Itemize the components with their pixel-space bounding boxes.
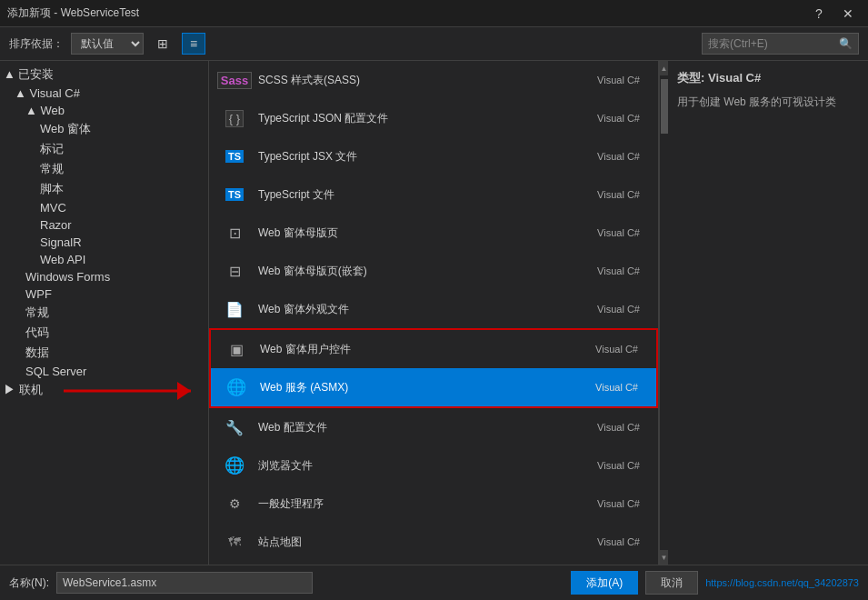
file-category-browser-file: Visual C# (597, 460, 647, 471)
file-category-ts-jsx: Visual C# (597, 151, 647, 162)
file-name-handler: 一般处理程序 (258, 496, 588, 512)
file-item-ts-json[interactable]: { }TypeScript JSON 配置文件Visual C# (209, 99, 658, 137)
tree-item-visual-csharp[interactable]: ▲ Visual C# (0, 85, 208, 102)
tree-item-signalr[interactable]: SignalR (0, 234, 208, 251)
file-list: SassSCSS 样式表(SASS)Visual C#{ }TypeScript… (209, 61, 659, 565)
file-category-handler: Visual C# (597, 498, 647, 509)
tree-item-normal[interactable]: 常规 (0, 159, 208, 179)
file-category-web-master-nested: Visual C# (597, 265, 647, 276)
file-name-ts-file: TypeScript 文件 (258, 187, 588, 203)
search-box: 🔍 (702, 33, 859, 55)
watermark-link[interactable]: https://blog.csdn.net/qq_34202873 (705, 577, 859, 588)
scrollbar[interactable]: ▲ ▼ (659, 61, 668, 565)
file-item-web-user-ctrl[interactable]: ▣Web 窗体用户控件Visual C# (211, 330, 656, 368)
file-name-web-master-nested: Web 窗体母版页(嵌套) (258, 264, 588, 279)
middle-section: SassSCSS 样式表(SASS)Visual C#{ }TypeScript… (209, 61, 668, 565)
close-button[interactable]: ✕ (835, 5, 861, 23)
add-button[interactable]: 添加(A) (571, 571, 638, 595)
file-name-ts-json: TypeScript JSON 配置文件 (258, 111, 588, 126)
tree-item-general[interactable]: 常规 (0, 303, 208, 323)
file-item-web-skin[interactable]: 📄Web 窗体外观文件Visual C# (209, 290, 658, 328)
file-icon-ts-jsx: TS (220, 142, 249, 171)
tree-item-markup[interactable]: 标记 (0, 139, 208, 159)
search-icon: 🔍 (839, 37, 853, 50)
tree-item-installed[interactable]: ▲ 已安装 (0, 65, 208, 85)
file-item-sitemap[interactable]: 🗺站点地图Visual C# (209, 523, 658, 561)
file-name-scss: SCSS 样式表(SASS) (258, 73, 588, 88)
tree-item-script[interactable]: 脚本 (0, 179, 208, 199)
file-category-web-skin: Visual C# (597, 304, 647, 315)
file-name-web-service: Web 服务 (ASMX) (260, 380, 586, 395)
left-panel: ▲ 已安装▲ Visual C#▲ WebWeb 窗体标记常规脚本MVCRazo… (0, 61, 209, 565)
tree-item-data[interactable]: 数据 (0, 343, 208, 363)
file-icon-web-master: ⊡ (220, 218, 249, 247)
bottom-bar: 名称(N): 添加(A) 取消 https://blog.csdn.net/qq… (0, 565, 868, 600)
dialog: 排序依据： 默认值 ⊞ ≡ 🔍 ▲ 已安装▲ Visual C#▲ WebWeb… (0, 27, 868, 600)
tree-item-web[interactable]: ▲ Web (0, 102, 208, 119)
grid-view-button[interactable]: ⊞ (151, 33, 175, 55)
tree-item-sqlserver[interactable]: SQL Server (0, 363, 208, 380)
file-category-ts-json: Visual C# (597, 113, 647, 124)
title-text: 添加新项 - WebServiceTest (7, 5, 139, 21)
file-item-web-service[interactable]: 🌐Web 服务 (ASMX)Visual C# (211, 368, 656, 406)
file-icon-ts-file: TS (220, 180, 249, 209)
file-icon-web-service: 🌐 (222, 373, 251, 402)
file-icon-scss: Sass (220, 65, 249, 95)
file-item-browser-file[interactable]: 🌐浏览器文件Visual C# (209, 446, 658, 485)
red-border-highlight: ▣Web 窗体用户控件Visual C#🌐Web 服务 (ASMX)Visual… (209, 328, 658, 408)
name-input[interactable] (56, 572, 313, 594)
tree-item-razor[interactable]: Razor (0, 216, 208, 234)
file-category-sitemap: Visual C# (597, 536, 647, 547)
file-category-scss: Visual C# (597, 75, 647, 85)
content-area: ▲ 已安装▲ Visual C#▲ WebWeb 窗体标记常规脚本MVCRazo… (0, 61, 868, 565)
file-name-web-config: Web 配置文件 (258, 420, 588, 435)
file-item-ts-jsx[interactable]: TSTypeScript JSX 文件Visual C# (209, 137, 658, 175)
file-name-web-user-ctrl: Web 窗体用户控件 (260, 342, 586, 357)
file-item-web-master-nested[interactable]: ⊟Web 窗体母版页(嵌套)Visual C# (209, 252, 658, 290)
file-icon-sitemap: 🗺 (220, 527, 249, 556)
file-category-ts-file: Visual C# (597, 189, 647, 200)
file-icon-web-user-ctrl: ▣ (222, 335, 251, 364)
sort-select[interactable]: 默认值 (71, 33, 144, 55)
scroll-down-button[interactable]: ▼ (660, 550, 669, 565)
file-category-web-user-ctrl: Visual C# (595, 344, 645, 355)
tree-item-online[interactable]: ▶ 联机 (0, 380, 208, 400)
title-bar: 添加新项 - WebServiceTest ? ✕ (0, 0, 868, 27)
file-item-scss[interactable]: SassSCSS 样式表(SASS)Visual C# (209, 61, 658, 99)
file-icon-browser-file: 🌐 (220, 451, 249, 480)
title-buttons: ? ✕ (806, 5, 861, 23)
search-input[interactable] (708, 37, 835, 50)
name-label: 名称(N): (9, 575, 49, 591)
file-icon-web-config: 🔧 (220, 413, 249, 442)
file-item-web-master[interactable]: ⊡Web 窗体母版页Visual C# (209, 214, 658, 252)
file-category-web-config: Visual C# (597, 422, 647, 433)
scroll-up-button[interactable]: ▲ (660, 61, 669, 75)
file-icon-handler: ⚙ (220, 489, 249, 518)
file-item-ts-file[interactable]: TSTypeScript 文件Visual C# (209, 175, 658, 214)
tree-item-wpf[interactable]: WPF (0, 285, 208, 303)
file-name-web-skin: Web 窗体外观文件 (258, 302, 588, 317)
tree-item-web-media[interactable]: Web 窗体 (0, 119, 208, 139)
file-icon-web-skin: 📄 (220, 295, 249, 324)
tree-item-mvc[interactable]: MVC (0, 199, 208, 216)
cancel-button[interactable]: 取消 (645, 571, 698, 595)
info-type: 类型: Visual C# (677, 70, 859, 86)
tree-item-winforms[interactable]: Windows Forms (0, 268, 208, 285)
file-icon-ts-json: { } (220, 104, 249, 133)
file-name-browser-file: 浏览器文件 (258, 458, 588, 474)
file-category-web-service: Visual C# (595, 382, 645, 393)
file-item-web-config[interactable]: 🔧Web 配置文件Visual C# (209, 408, 658, 446)
tree-item-webapi[interactable]: Web API (0, 251, 208, 268)
toolbar: 排序依据： 默认值 ⊞ ≡ 🔍 (0, 27, 868, 61)
tree-item-code[interactable]: 代码 (0, 323, 208, 343)
file-name-ts-jsx: TypeScript JSX 文件 (258, 149, 588, 165)
help-button[interactable]: ? (806, 5, 832, 23)
sort-label: 排序依据： (9, 36, 64, 52)
scroll-thumb[interactable] (661, 79, 668, 134)
file-icon-web-master-nested: ⊟ (220, 256, 249, 285)
list-view-button[interactable]: ≡ (182, 33, 205, 55)
file-category-web-master: Visual C# (597, 227, 647, 238)
file-name-sitemap: 站点地图 (258, 535, 588, 550)
file-item-handler[interactable]: ⚙一般处理程序Visual C# (209, 485, 658, 523)
info-description: 用于创建 Web 服务的可视设计类 (677, 94, 859, 110)
